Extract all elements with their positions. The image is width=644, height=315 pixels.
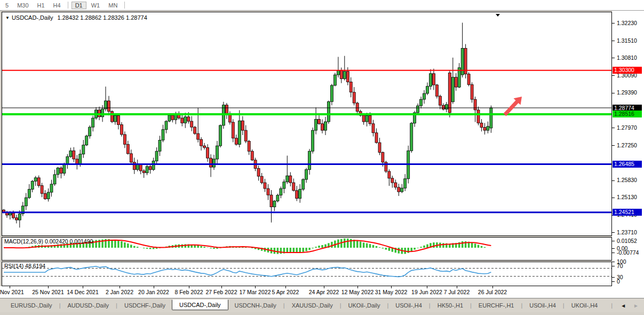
price-axis-label: 1.25830 bbox=[617, 177, 637, 183]
macd-label: MACD(12,26,9) 0.002420 0.001490 bbox=[4, 238, 93, 245]
tab-separator: | bbox=[340, 302, 341, 309]
price-axis-label: 1.29390 bbox=[617, 90, 637, 96]
date-axis-label: 31 May 2022 bbox=[375, 289, 408, 295]
tab-ukoil-h4[interactable]: UKOil-,H4 bbox=[565, 301, 605, 310]
rsi-axis-label: 70 bbox=[617, 263, 623, 269]
tab-eurusd-daily[interactable]: EURUSD-,Daily bbox=[4, 301, 59, 310]
price-axis-label: 1.32230 bbox=[617, 20, 637, 26]
date-axis-label: 2 Jan 2022 bbox=[106, 289, 133, 295]
price-badge: 1.26485 bbox=[613, 161, 642, 168]
rsi-axis-label: 0 bbox=[617, 279, 620, 285]
tab-audusd-daily[interactable]: AUDUSD-,Daily bbox=[61, 301, 115, 310]
price-axis-label: 1.30810 bbox=[617, 55, 637, 61]
tab-usdchf-daily[interactable]: USDCHF-,Daily bbox=[118, 301, 172, 310]
date-axis-label: 19 Jun 2022 bbox=[411, 289, 442, 295]
date-tick-mark bbox=[221, 286, 222, 288]
date-tick-mark bbox=[357, 286, 358, 288]
price-chart-pane[interactable] bbox=[2, 12, 612, 236]
axis-tick-mark bbox=[612, 58, 615, 58]
date-tick-mark bbox=[324, 286, 324, 288]
date-tick-mark bbox=[457, 286, 457, 288]
timeframe-button-w1[interactable]: W1 bbox=[88, 2, 104, 9]
chart-shift-marker-icon bbox=[496, 14, 500, 17]
price-axis-label: 1.27970 bbox=[617, 125, 637, 131]
symbol-period-label: USDCAD-,Daily bbox=[12, 14, 53, 21]
timeframe-button-h1[interactable]: H1 bbox=[34, 2, 49, 9]
macd-axis-label: -0.00774 bbox=[617, 250, 639, 256]
mt4-chart-window: 5M30H1H4D1W1MN ▼USDCAD-,Daily1.28432 1.2… bbox=[0, 0, 644, 315]
macd-indicator-pane[interactable] bbox=[2, 237, 612, 261]
tab-separator: | bbox=[470, 302, 472, 309]
date-tick-mark bbox=[83, 286, 83, 288]
date-axis-label: 25 Nov 2021 bbox=[32, 289, 64, 295]
price-axis-label: 1.25130 bbox=[617, 194, 637, 200]
chart-title: ▼USDCAD-,Daily1.28432 1.28862 1.28326 1.… bbox=[5, 14, 147, 21]
tab-separator: | bbox=[563, 302, 565, 309]
axis-tick-mark bbox=[612, 241, 615, 241]
toolbar-separator bbox=[124, 2, 125, 9]
tab-usdcad-daily[interactable]: USDCAD-,Daily bbox=[172, 300, 228, 310]
date-axis-label: 20 Jan 2022 bbox=[138, 289, 169, 295]
axis-tick-mark bbox=[612, 198, 615, 198]
symbol-dropdown-icon[interactable]: ▼ bbox=[5, 15, 10, 20]
timeframe-button-m30[interactable]: M30 bbox=[13, 2, 32, 9]
tab-separator: | bbox=[116, 302, 117, 309]
axis-tick-mark bbox=[612, 277, 615, 278]
rsi-indicator-pane[interactable] bbox=[2, 262, 612, 286]
date-axis-label: 24 Apr 2022 bbox=[309, 289, 339, 295]
tab-usoil-h4[interactable]: USOil-,H4 bbox=[523, 301, 562, 310]
date-axis-label: 26 Jul 2022 bbox=[478, 289, 507, 295]
date-axis: 7 Nov 202125 Nov 202114 Dec 20212 Jan 20… bbox=[0, 286, 644, 298]
axis-tick-mark bbox=[612, 262, 615, 262]
macd-canvas bbox=[2, 238, 611, 260]
date-tick-mark bbox=[48, 286, 49, 288]
price-axis-label: 1.23710 bbox=[617, 230, 637, 235]
date-axis-label: 14 Dec 2021 bbox=[67, 289, 99, 295]
axis-tick-mark bbox=[612, 180, 615, 181]
price-axis: 1.322301.315101.308101.300901.293901.279… bbox=[612, 11, 644, 298]
date-tick-mark bbox=[154, 286, 154, 288]
date-tick-mark bbox=[255, 286, 256, 288]
date-tick-mark bbox=[10, 286, 10, 288]
axis-tick-mark bbox=[612, 128, 615, 128]
axis-tick-mark bbox=[612, 281, 615, 282]
tab-separator: | bbox=[429, 302, 431, 309]
tab-scroll-left-icon[interactable]: ◄ bbox=[621, 303, 626, 309]
date-tick-mark bbox=[120, 286, 120, 288]
symbol-tab-bar: EURUSD-,Daily|AUDUSD-,Daily|USDCHF-,Dail… bbox=[0, 298, 644, 312]
date-axis-label: 17 Mar 2022 bbox=[240, 289, 271, 295]
price-badge: 1.24521 bbox=[613, 209, 642, 216]
date-axis-label: 12 May 2022 bbox=[341, 289, 374, 295]
tab-separator: | bbox=[611, 302, 613, 309]
tab-usdcnh-daily[interactable]: USDCNH-,Daily bbox=[228, 301, 283, 310]
tab-hk50-h1[interactable]: HK50-,H1 bbox=[431, 301, 470, 310]
tab-separator: | bbox=[521, 302, 522, 309]
price-badge: 1.30300 bbox=[613, 67, 642, 74]
timeframe-button-5[interactable]: 5 bbox=[2, 2, 12, 9]
axis-tick-mark bbox=[612, 23, 615, 23]
macd-axis-label: 0.01052 bbox=[617, 238, 637, 244]
tab-scroll-right-icon[interactable]: ► bbox=[633, 303, 639, 309]
date-tick-mark bbox=[285, 286, 286, 288]
rsi-canvas bbox=[2, 262, 611, 286]
timeframe-button-d1[interactable]: D1 bbox=[71, 2, 86, 9]
tab-eurchf-h1[interactable]: EURCHF-,H1 bbox=[472, 301, 521, 310]
price-axis-label: 1.27250 bbox=[617, 143, 637, 148]
axis-tick-mark bbox=[612, 248, 615, 249]
tab-ukoil-daily[interactable]: UKOil-,Daily bbox=[342, 301, 387, 310]
axis-tick-mark bbox=[612, 41, 615, 41]
date-tick-mark bbox=[427, 286, 427, 288]
price-chart-canvas bbox=[2, 12, 611, 235]
tab-usoil-h4[interactable]: USOil-,H4 bbox=[389, 301, 428, 310]
timeframe-button-mn[interactable]: MN bbox=[105, 2, 121, 9]
axis-tick-mark bbox=[612, 253, 615, 253]
date-tick-mark bbox=[492, 286, 493, 288]
axis-tick-mark bbox=[612, 232, 615, 233]
price-badge: 1.28516 bbox=[613, 111, 642, 117]
timeframe-button-h4[interactable]: H4 bbox=[50, 2, 65, 9]
rsi-line bbox=[4, 266, 491, 277]
axis-tick-mark bbox=[612, 93, 615, 93]
tab-xauusd-daily[interactable]: XAUUSD-,Daily bbox=[285, 301, 339, 310]
tab-separator: | bbox=[387, 302, 388, 309]
axis-tick-mark bbox=[612, 266, 615, 266]
